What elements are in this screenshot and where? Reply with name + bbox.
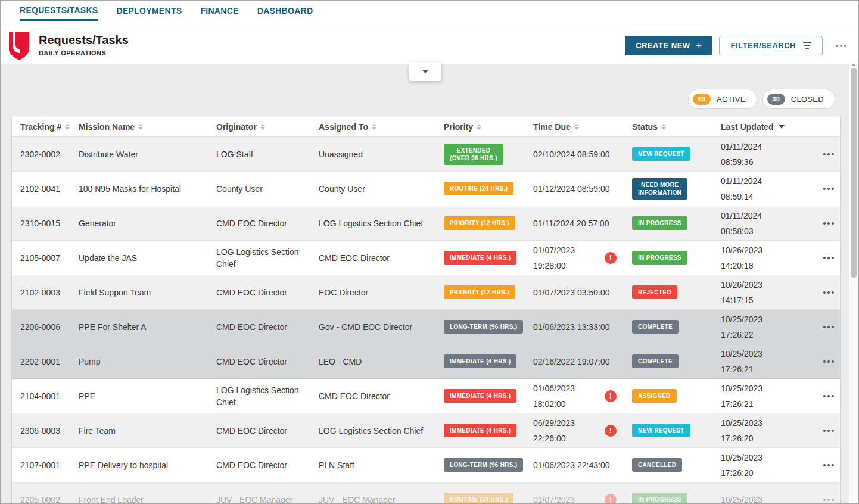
status-badge-line: IN PROGRESS [638, 254, 681, 262]
column-header[interactable]: Tracking # [20, 122, 79, 132]
column-header[interactable]: Last Updated [721, 122, 821, 132]
time-due-text: 01/06/2023 22:43:00 [533, 458, 609, 473]
priority-badge-line: LONG-TERM (96 HRS.) [450, 323, 517, 331]
priority-badge-line: IMMEDIATE (4 HRS.) [450, 427, 511, 434]
active-filter-button[interactable]: 63 ACTIVE [688, 89, 757, 109]
table-row[interactable]: 2302-0002Distribute WaterLOG StaffUnassi… [12, 137, 840, 172]
dot [827, 430, 830, 432]
more-menu-button[interactable] [835, 40, 848, 52]
originator-cell: LOG Logistics Section Chief [216, 246, 319, 270]
status-cell: COMPLETE [632, 320, 721, 334]
priority-badge: LONG-TERM (96 HRS.) [444, 458, 523, 472]
row-menu-button[interactable] [821, 287, 836, 298]
row-menu-button[interactable] [821, 252, 836, 264]
status-badge: CANCELLED [632, 458, 682, 472]
scrollbar-thumb[interactable] [851, 68, 857, 278]
row-menu-button[interactable] [821, 217, 836, 229]
collapse-handle-button[interactable] [409, 62, 441, 81]
table-row[interactable]: 2107-0001PPE Delivery to hospitalCMD EOC… [12, 448, 840, 483]
dot [832, 395, 834, 397]
mission-cell: Distribute Water [79, 148, 216, 160]
originator-cell: CMD EOC Director [216, 217, 319, 229]
column-header[interactable]: Priority [444, 122, 533, 132]
tab-deployments[interactable]: DEPLOYMENTS [117, 1, 182, 21]
row-menu-button[interactable] [821, 183, 836, 195]
priority-cell: IMMEDIATE (4 HRS.) [444, 354, 533, 368]
dot [832, 499, 834, 501]
closed-filter-button[interactable]: 30 CLOSED [762, 89, 835, 109]
row-menu-button[interactable] [821, 459, 836, 471]
column-label: Time Due [533, 122, 571, 132]
column-header[interactable]: Originator [216, 122, 319, 132]
row-menu-cell [821, 390, 845, 402]
column-header[interactable]: Time Due [533, 122, 632, 132]
column-header[interactable]: Assigned To [319, 122, 444, 132]
vertical-scrollbar[interactable] [849, 60, 858, 503]
tracking-cell: 2202-0001 [20, 356, 79, 368]
status-badge-line: CANCELLED [638, 461, 676, 469]
table-row[interactable]: 2206-0006PPE For Shelter ACMD EOC Direct… [12, 310, 840, 344]
tab-requests-tasks[interactable]: REQUESTS/TASKS [20, 1, 98, 21]
table-row[interactable]: 2310-0015GeneratorCMD EOC DirectorLOG Lo… [12, 206, 840, 241]
last-updated-cell: 10/26/202314:20:18 [721, 242, 821, 273]
create-new-button[interactable]: CREATE NEW + [625, 36, 712, 55]
last-updated-line: 10/25/2023 [721, 415, 813, 431]
column-header[interactable]: Mission Name [79, 122, 216, 132]
dot [823, 430, 826, 432]
tracking-cell: 2302-0002 [20, 148, 79, 160]
originator-cell: CMD EOC Director [216, 425, 319, 437]
mission-cell: Front End Loader [79, 494, 216, 504]
tab-dashboard[interactable]: DASHBOARD [257, 1, 313, 21]
dot [827, 360, 830, 363]
dot [832, 257, 834, 259]
dot [823, 360, 826, 363]
row-menu-button[interactable] [821, 321, 836, 333]
active-count-badge: 63 [693, 94, 711, 105]
dot [823, 464, 826, 466]
row-menu-button[interactable] [821, 425, 836, 437]
column-header[interactable]: Status [632, 122, 721, 132]
status-badge: ASSIGNED [632, 389, 677, 403]
priority-cell: LONG-TERM (96 HRS.) [444, 320, 533, 334]
dot [823, 499, 826, 501]
table-row[interactable]: 2105-0007Update the JASLOG Logistics Sec… [12, 241, 840, 275]
table-row[interactable]: 2202-0001PumpCMD EOC DirectorLEO - CMDIM… [12, 344, 840, 379]
table-row[interactable]: 2102-0003Field Support TeamCMD EOC Direc… [12, 275, 840, 310]
status-badge: REJECTED [632, 285, 677, 299]
assigned-cell: PLN Staff [319, 459, 444, 471]
dot [827, 499, 830, 501]
sort-icon [65, 124, 70, 130]
row-menu-button[interactable] [821, 390, 836, 402]
last-updated-line: 08:59:36 [721, 154, 813, 170]
table-row[interactable]: 2104-0001PPELOG Logistics Section ChiefC… [12, 379, 840, 413]
sort-icon [138, 124, 143, 130]
status-cell: COMPLETE [632, 354, 721, 368]
top-nav: REQUESTS/TASKSDEPLOYMENTSFINANCEDASHBOAR… [1, 1, 858, 27]
originator-cell: CMD EOC Director [216, 287, 319, 298]
assigned-cell: LOG Logistics Section Chief [319, 217, 444, 229]
status-badge-line: REJECTED [638, 288, 671, 296]
status-cell: NEED MOREINFORMATION [632, 178, 721, 200]
last-updated-line: 10/26/2023 [721, 242, 813, 258]
time-due-line: 01/07/2023 [533, 492, 575, 504]
priority-badge-line: ROUTINE (24 HRS.) [450, 496, 508, 503]
overdue-alert-icon: ! [605, 252, 617, 264]
mission-cell: Generator [79, 217, 216, 229]
dot [823, 395, 826, 397]
table-row[interactable]: 2306-0003Fire TeamCMD EOC DirectorLOG Lo… [12, 413, 840, 448]
mission-cell: PPE For Shelter A [79, 321, 216, 333]
row-menu-button[interactable] [821, 356, 836, 368]
last-updated-line: 10/26/2023 [721, 277, 813, 293]
row-menu-button[interactable] [821, 494, 836, 504]
table-row[interactable]: 2102-0041100 N95 Masks for HospitalCount… [12, 172, 840, 206]
status-badge-line: COMPLETE [638, 357, 673, 365]
tab-finance[interactable]: FINANCE [200, 1, 238, 21]
last-updated-line: 01/11/2024 [721, 208, 813, 223]
filter-search-button[interactable]: FILTER/SEARCH [719, 36, 823, 55]
table-row[interactable]: 2205-0002Front End LoaderJUV - EOC Manag… [12, 483, 840, 504]
last-updated-line: 10/25/2023 [721, 492, 813, 504]
filter-list-icon [803, 42, 811, 49]
row-menu-button[interactable] [821, 148, 836, 160]
status-cell: CANCELLED [632, 458, 721, 472]
time-due-text: 01/07/2023 [533, 492, 575, 504]
